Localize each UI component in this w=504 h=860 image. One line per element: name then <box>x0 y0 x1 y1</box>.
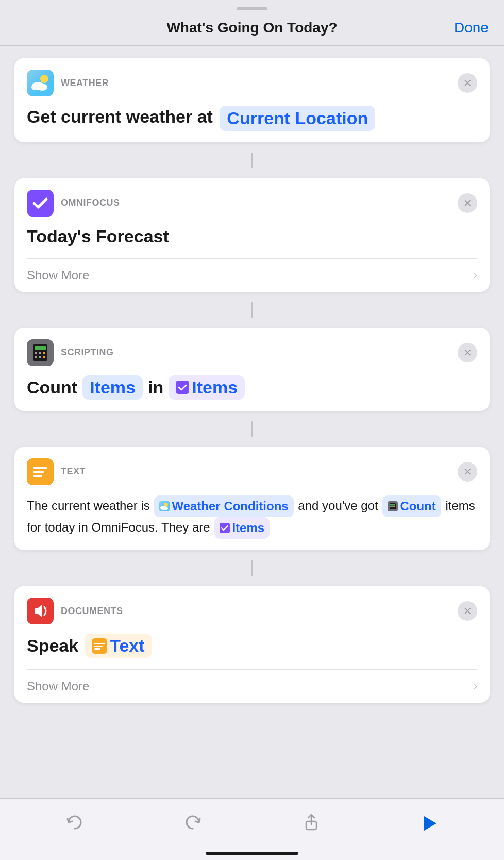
weather-close-button[interactable]: ✕ <box>458 73 477 93</box>
omnifocus-header-left: OMNIFOCUS <box>27 190 120 217</box>
current-location-token[interactable]: Current Location <box>220 106 375 131</box>
omnifocus-card: OMNIFOCUS ✕ Today's Forecast Show More › <box>14 178 490 292</box>
text-header-left: TEXT <box>27 458 86 485</box>
scripting-icon-svg <box>27 339 54 366</box>
undo-button[interactable] <box>59 809 90 840</box>
scripting-card-body: Count Items in Items <box>14 371 490 411</box>
content-area: WEATHER ✕ Get current weather at Current… <box>0 46 504 803</box>
redo-icon <box>182 812 203 837</box>
omnifocus-mini-icon <box>176 381 189 394</box>
text-card: TEXT ✕ The current weather is <box>14 447 490 551</box>
svg-rect-17 <box>33 467 47 469</box>
svg-marker-38 <box>424 816 436 831</box>
documents-app-label: DOCUMENTS <box>61 606 123 617</box>
documents-card: DOCUMENTS ✕ Speak Text Show More › <box>14 586 490 703</box>
omnifocus-chevron-icon: › <box>474 269 477 282</box>
svg-rect-14 <box>43 356 45 358</box>
scripting-card-header: SCRIPTING ✕ <box>14 328 490 371</box>
documents-show-more[interactable]: Show More › <box>14 670 490 703</box>
documents-chevron-icon: › <box>474 680 477 693</box>
done-button[interactable]: Done <box>454 20 489 36</box>
play-button[interactable] <box>414 809 445 840</box>
documents-header-left: DOCUMENTS <box>27 598 123 624</box>
weather-app-icon <box>27 70 54 96</box>
documents-show-more-label: Show More <box>27 679 89 693</box>
documents-icon-svg <box>27 598 54 624</box>
weather-mini-icon <box>159 501 170 511</box>
documents-card-body: Speak Text <box>14 630 490 669</box>
share-icon <box>301 812 322 837</box>
omnifocus-close-button[interactable]: ✕ <box>458 193 477 213</box>
text-mini-icon <box>92 638 107 654</box>
scripting-app-icon <box>27 339 54 366</box>
play-icon <box>418 812 441 837</box>
svg-rect-11 <box>43 352 45 354</box>
scripting-header-left: SCRIPTING <box>27 339 114 366</box>
text-content-2: and you've got <box>298 498 378 512</box>
count-items2-token[interactable]: Items <box>169 375 245 400</box>
redo-button[interactable] <box>177 809 208 840</box>
svg-rect-34 <box>94 643 105 644</box>
count-label: Count <box>27 377 77 398</box>
svg-rect-15 <box>176 381 189 394</box>
weather-body-text: Get current weather at Current Location <box>27 107 377 126</box>
bottom-toolbar <box>0 798 504 860</box>
svg-rect-27 <box>390 506 392 507</box>
svg-rect-29 <box>394 506 395 507</box>
omnifocus-card-header: OMNIFOCUS ✕ <box>14 178 490 222</box>
scripting-card: SCRIPTING ✕ Count Items in Items <box>14 328 490 411</box>
omnifocus-show-more-label: Show More <box>27 268 89 283</box>
text-card-body: The current weather is Weather Condition… <box>14 490 490 551</box>
weather-icon-svg <box>27 70 54 96</box>
documents-app-icon <box>27 598 54 624</box>
connector-4 <box>251 560 253 576</box>
svg-rect-10 <box>39 352 41 354</box>
svg-rect-28 <box>392 506 394 507</box>
svg-rect-9 <box>35 352 37 354</box>
count-items-token[interactable]: Items <box>82 375 143 400</box>
weather-conditions-token[interactable]: Weather Conditions <box>154 495 293 517</box>
speak-label: Speak <box>27 636 78 656</box>
svg-rect-12 <box>35 356 37 358</box>
svg-rect-35 <box>94 646 103 647</box>
omnifocus-title: Today's Forecast <box>27 226 169 246</box>
svg-rect-36 <box>94 648 100 650</box>
text-card-header: TEXT ✕ <box>14 447 490 490</box>
text-content-1: The current weather is <box>27 498 150 512</box>
weather-card: WEATHER ✕ Get current weather at Current… <box>14 58 490 142</box>
connector-1 <box>251 153 253 168</box>
connector-3 <box>251 421 253 437</box>
scripting-app-label: SCRIPTING <box>61 347 114 358</box>
weather-card-header: WEATHER ✕ <box>14 58 490 102</box>
scripting-mini-icon <box>388 501 398 511</box>
svg-rect-5 <box>27 190 54 217</box>
text-app-label: TEXT <box>61 466 86 477</box>
undo-icon <box>64 812 85 837</box>
top-bar: What's Going On Today? Done <box>0 10 504 45</box>
weather-card-body: Get current weather at Current Location <box>14 102 490 142</box>
count-in-label: in <box>148 377 163 398</box>
svg-rect-26 <box>390 504 395 506</box>
svg-rect-19 <box>33 475 42 477</box>
svg-rect-8 <box>35 346 46 350</box>
share-button[interactable] <box>296 809 327 840</box>
svg-point-4 <box>31 84 39 90</box>
documents-close-button[interactable]: ✕ <box>458 601 477 621</box>
page-title: What's Going On Today? <box>166 20 337 36</box>
omnifocus-card-body: Today's Forecast <box>14 222 490 258</box>
svg-point-1 <box>40 75 48 83</box>
items-token-inline[interactable]: Items <box>214 517 270 539</box>
svg-rect-13 <box>39 356 41 358</box>
speak-text-token[interactable]: Text <box>85 634 152 658</box>
scripting-close-button[interactable]: ✕ <box>458 343 477 362</box>
omnifocus-icon-svg <box>27 190 54 217</box>
text-icon-svg <box>27 458 54 485</box>
home-indicator <box>206 852 298 855</box>
count-token-inline[interactable]: Count <box>382 495 441 517</box>
text-app-icon <box>27 458 54 485</box>
text-close-button[interactable]: ✕ <box>458 462 477 482</box>
omnifocus-mini-icon2 <box>220 523 230 533</box>
svg-point-23 <box>163 506 168 510</box>
svg-rect-18 <box>33 471 44 473</box>
omnifocus-show-more[interactable]: Show More › <box>14 259 490 292</box>
